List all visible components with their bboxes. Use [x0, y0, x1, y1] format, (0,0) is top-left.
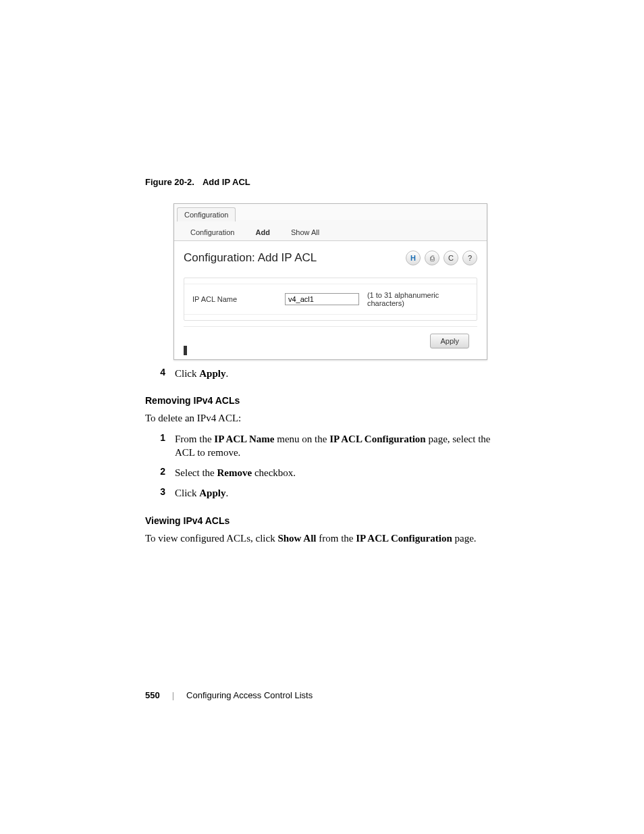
- save-icon[interactable]: H: [406, 251, 421, 265]
- subtab-add[interactable]: Add: [246, 224, 279, 240]
- help-icon[interactable]: ?: [462, 251, 477, 265]
- step-number-4: 4: [148, 367, 165, 380]
- left-divider-bar: [184, 346, 187, 355]
- aclname-input[interactable]: [285, 293, 359, 305]
- field-label-aclname: IP ACL Name: [192, 295, 285, 303]
- page-footer: 550 | Configuring Access Control Lists: [145, 690, 313, 700]
- heading-removing: Removing IPv4 ACLs: [145, 395, 496, 406]
- subtab-show-all[interactable]: Show All: [281, 224, 329, 240]
- footer-chapter-title: Configuring Access Control Lists: [186, 690, 313, 700]
- screenshot-panel: Configuration Configuration Add Show All…: [173, 203, 487, 360]
- footer-separator: |: [172, 690, 174, 700]
- removing-intro: To delete an IPv4 ACL:: [145, 411, 496, 425]
- page-number: 550: [145, 690, 160, 700]
- figure-label: Figure 20-2.: [145, 177, 194, 187]
- step-text-r2: Select the Remove checkbox.: [175, 466, 296, 479]
- step-text-4: Click Apply.: [175, 367, 228, 380]
- step-number-r3: 3: [148, 486, 165, 500]
- main-tab-configuration[interactable]: Configuration: [177, 207, 236, 221]
- field-hint-aclname: (1 to 31 alphanumeric characters): [367, 291, 468, 307]
- step-number-r2: 2: [148, 466, 165, 479]
- form-footer: Apply: [184, 326, 477, 355]
- apply-button[interactable]: Apply: [430, 334, 469, 348]
- form-row-aclname: IP ACL Name (1 to 31 alphanumeric charac…: [184, 284, 477, 315]
- subtab-configuration[interactable]: Configuration: [181, 224, 244, 240]
- figure-title: Add IP ACL: [203, 177, 250, 187]
- step-text-r3: Click Apply.: [175, 486, 228, 500]
- step-number-r1: 1: [148, 432, 165, 460]
- viewing-text: To view configured ACLs, click Show All …: [145, 531, 496, 545]
- refresh-icon[interactable]: C: [444, 251, 458, 265]
- step-text-r1: From the IP ACL Name menu on the IP ACL …: [175, 432, 496, 460]
- form-panel: IP ACL Name (1 to 31 alphanumeric charac…: [184, 278, 477, 321]
- subtabs-row: Configuration Add Show All: [174, 220, 487, 241]
- print-icon[interactable]: ⎙: [425, 251, 439, 265]
- heading-viewing: Viewing IPv4 ACLs: [145, 515, 496, 526]
- figure-caption: Figure 20-2.Add IP ACL: [145, 177, 496, 187]
- page-title: Configuration: Add IP ACL: [184, 251, 317, 265]
